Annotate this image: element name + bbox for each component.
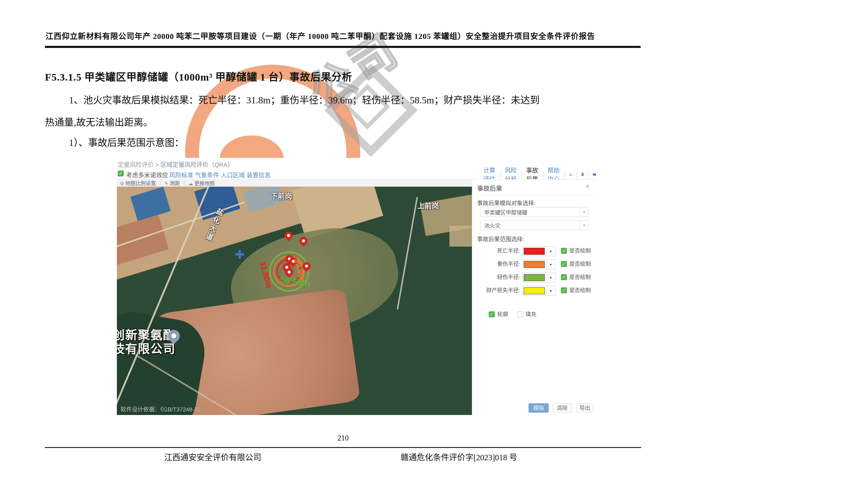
- link-weather-condition[interactable]: 气象条件: [195, 170, 219, 179]
- dropdown-arrow-icon[interactable]: ▼: [546, 260, 555, 269]
- map-town-label: 下前岗: [271, 190, 292, 201]
- simulate-button[interactable]: 模拟: [528, 403, 549, 412]
- footer-company: 江西通安安全评价有限公司: [164, 451, 261, 463]
- page-header-title: 江西仰立新材料有限公司年产 20000 吨苯二甲胺等项目建设（一期（年产 100…: [45, 30, 595, 41]
- panel-title: 事故后果: [477, 183, 502, 192]
- object-select[interactable]: 甲类罐区甲醇储罐 ▼: [480, 207, 589, 217]
- cloud-upload-icon: ☁: [188, 181, 193, 186]
- map-center-cross-icon: [236, 250, 244, 259]
- clear-button[interactable]: 清除: [552, 403, 572, 412]
- outline-checkbox[interactable]: ✓: [489, 311, 495, 317]
- property-radius-row-label: 财产损失半径:: [472, 286, 520, 296]
- separator: |: [159, 180, 161, 186]
- light-radius-color-select[interactable]: ▼: [523, 273, 555, 283]
- scenario-select-value: 池火灾: [480, 221, 580, 229]
- document-icon[interactable]: [581, 171, 584, 178]
- map-town-label: 上前岗: [417, 200, 439, 210]
- separator: |: [521, 171, 523, 178]
- serious-radius-row-label: 重伤半径:: [472, 259, 520, 269]
- link-risk-standard[interactable]: 风险标准: [169, 170, 193, 179]
- fill-checkbox[interactable]: [517, 311, 523, 317]
- divider: [472, 195, 596, 195]
- color-swatch: [524, 248, 545, 255]
- breadcrumb: 定量风险评价 > 区域定量风险评价（QRA）: [118, 160, 233, 169]
- light-radius-draw-checkbox[interactable]: ✓: [561, 274, 567, 280]
- draw-label: 是否绘制: [569, 287, 591, 293]
- download-icon[interactable]: [569, 171, 573, 178]
- chevron-down-icon[interactable]: ▼: [580, 221, 588, 230]
- switch-basemap-button[interactable]: ☁更换地图: [188, 179, 215, 187]
- export-button[interactable]: 导出: [577, 403, 593, 412]
- breadcrumb-current: 区域定量风险评价（QRA）: [161, 161, 233, 168]
- map-scale-button[interactable]: ⚙地图比例设置: [120, 179, 156, 187]
- measure-distance-button[interactable]: ✎测距: [165, 179, 180, 187]
- separator: |: [543, 171, 544, 178]
- draw-label: 是否绘制: [569, 261, 591, 267]
- map-road: [397, 197, 418, 310]
- section-heading: F5.3.1.5 甲类罐区甲醇储罐（1000m³ 甲醇储罐 1 台）事故后果分析: [45, 69, 352, 83]
- page-number: 210: [45, 434, 641, 442]
- domino-effect-label: 考虑多米诺效应: [126, 170, 168, 179]
- color-swatch: [524, 274, 545, 281]
- death-radius-color-select[interactable]: ▼: [523, 246, 555, 256]
- draw-label: 是否绘制: [569, 248, 591, 254]
- map-attribution: 软件设计依据：《GB/T37248-20: [120, 405, 200, 413]
- death-radius-draw-checkbox[interactable]: ✓: [561, 248, 567, 254]
- chevron-down-icon[interactable]: ▼: [580, 207, 588, 217]
- check-icon: ✓: [562, 261, 566, 266]
- property-radius-color-select[interactable]: ▼: [523, 286, 555, 296]
- report-page: 公司 江西仰立新材料有限公司年产 20000 吨苯二甲胺等项目建设（一期（年产 …: [0, 0, 868, 498]
- separator: |: [183, 180, 185, 186]
- map-field: [449, 226, 472, 247]
- separator: |: [588, 171, 589, 178]
- header-rule: [45, 46, 641, 48]
- link-device-info[interactable]: 装置信息: [247, 170, 271, 179]
- body-text-line1: 1、池火灾事故后果模拟结果：死亡半径：31.8m；重伤半径：39.6m；轻伤半径…: [69, 92, 540, 106]
- dropdown-arrow-icon[interactable]: ▼: [546, 273, 555, 282]
- check-icon: ✓: [562, 274, 566, 279]
- figure-lead-text: 1）、事故后果范围示意图：: [69, 135, 184, 149]
- pencil-icon: ✎: [165, 181, 168, 186]
- footer-certificate-number: 赣通危化条件评价字[2023]018 号: [400, 451, 517, 463]
- dropdown-arrow-icon[interactable]: ▼: [546, 286, 555, 296]
- separator: |: [500, 171, 501, 178]
- fill-label: 填充: [526, 311, 536, 317]
- satellite-map[interactable]: 下前岗 上前岗 盐化大道 创新聚氨酯 技有限公司 软件设计依据：《GB/T372…: [117, 187, 472, 415]
- dropdown-arrow-icon[interactable]: ▼: [546, 247, 555, 256]
- death-radius-row-label: 死亡半径:: [472, 246, 520, 256]
- check-icon: ✓: [562, 248, 566, 253]
- range-select-label: 事故后果范围选择:: [477, 235, 524, 243]
- breadcrumb-root[interactable]: 定量风险评价: [118, 161, 154, 168]
- light-radius-row-label: 轻伤半径:: [472, 272, 520, 282]
- separator: |: [564, 171, 566, 178]
- separator: |: [576, 171, 577, 178]
- property-radius-draw-checkbox[interactable]: ✓: [561, 287, 567, 293]
- scenario-select[interactable]: 池火灾 ▼: [480, 220, 589, 230]
- body-text-line2: 热通量,故无法输出距离。: [45, 115, 153, 128]
- serious-radius-color-select[interactable]: ▼: [523, 260, 555, 270]
- footer-rule: [45, 447, 641, 448]
- check-icon: ✓: [562, 288, 566, 293]
- qra-screenshot-figure: 定量风险评价 > 区域定量风险评价（QRA） ✓ 考虑多米诺效应 风险标准 气象…: [115, 158, 596, 415]
- draw-label: 是否绘制: [569, 274, 591, 280]
- map-toolbar: ⚙地图比例设置 | ✎测距 | ☁更换地图: [117, 179, 472, 187]
- check-icon: ✓: [490, 312, 494, 317]
- object-select-value: 甲类罐区甲醇储罐: [480, 208, 580, 216]
- object-select-label: 事故后果模拟对象选择:: [477, 199, 536, 207]
- domino-effect-checkbox[interactable]: ✓: [118, 170, 124, 176]
- serious-radius-draw-checkbox[interactable]: ✓: [561, 261, 567, 267]
- color-swatch: [524, 287, 545, 294]
- close-icon[interactable]: ×: [586, 183, 589, 190]
- outline-label: 轮廓: [497, 311, 508, 317]
- breadcrumb-separator: >: [156, 161, 159, 168]
- color-swatch: [524, 261, 545, 268]
- gear-icon: ⚙: [120, 181, 124, 186]
- check-icon: ✓: [119, 171, 123, 176]
- accident-consequence-panel: 事故后果 × 事故后果模拟对象选择: 甲类罐区甲醇储罐 ▼ 池火灾 ▼ 事故后果…: [472, 179, 596, 415]
- map-company-label: 创新聚氨酯 技有限公司: [117, 328, 175, 356]
- link-population-area[interactable]: 人口区域: [221, 170, 245, 179]
- folder-icon[interactable]: [593, 171, 596, 178]
